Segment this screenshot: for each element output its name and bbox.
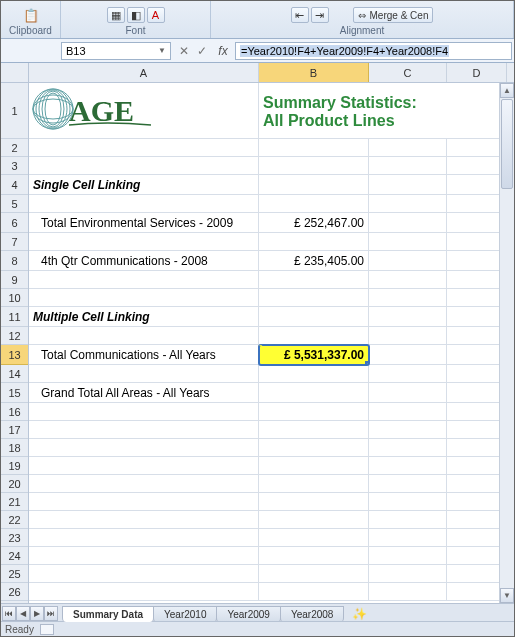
cell-B9[interactable] <box>259 271 369 289</box>
row-header-15[interactable]: 15 <box>1 383 28 403</box>
cell-B5[interactable] <box>259 195 369 213</box>
cell-A16[interactable] <box>29 403 259 421</box>
row-header-20[interactable]: 20 <box>1 475 28 493</box>
cell-C22[interactable] <box>369 511 447 529</box>
cell-D16[interactable] <box>447 403 507 421</box>
row-header-10[interactable]: 10 <box>1 289 28 307</box>
row-header-14[interactable]: 14 <box>1 365 28 383</box>
font-color-button[interactable]: A <box>147 7 165 23</box>
cell-A15[interactable]: Grand Total All Areas - All Years <box>29 383 259 403</box>
cell-D6[interactable] <box>447 213 507 233</box>
row-header-1[interactable]: 1 <box>1 83 28 139</box>
cell-C12[interactable] <box>369 327 447 345</box>
insert-sheet-button[interactable]: ✨ <box>349 607 369 621</box>
cell-C5[interactable] <box>369 195 447 213</box>
name-box-dropdown-icon[interactable]: ▼ <box>158 46 166 55</box>
formula-accept-button[interactable]: ✓ <box>193 42 211 60</box>
cell-A3[interactable] <box>29 157 259 175</box>
tab-summary-data[interactable]: Summary Data <box>62 606 154 622</box>
cell-D25[interactable] <box>447 565 507 583</box>
cell-B10[interactable] <box>259 289 369 307</box>
cell-B24[interactable] <box>259 547 369 565</box>
tab-nav-last[interactable]: ⏭ <box>44 606 58 621</box>
font-fill-button[interactable]: ◧ <box>127 7 145 23</box>
cell-A20[interactable] <box>29 475 259 493</box>
cell-A25[interactable] <box>29 565 259 583</box>
col-header-B[interactable]: B <box>259 63 369 82</box>
row-header-26[interactable]: 26 <box>1 583 28 601</box>
cell-B12[interactable] <box>259 327 369 345</box>
cell-C4[interactable] <box>369 175 447 195</box>
cell-C15[interactable] <box>369 383 447 403</box>
cell-D20[interactable] <box>447 475 507 493</box>
row-header-24[interactable]: 24 <box>1 547 28 565</box>
cell-B19[interactable] <box>259 457 369 475</box>
cell-A4[interactable]: Single Cell Linking <box>29 175 259 195</box>
cell-D22[interactable] <box>447 511 507 529</box>
cell-C24[interactable] <box>369 547 447 565</box>
cell-B14[interactable] <box>259 365 369 383</box>
cell-C19[interactable] <box>369 457 447 475</box>
row-header-21[interactable]: 21 <box>1 493 28 511</box>
row-header-25[interactable]: 25 <box>1 565 28 583</box>
cell-A19[interactable] <box>29 457 259 475</box>
merge-center-button[interactable]: ⇔ Merge & Cen <box>353 7 434 23</box>
cell-D7[interactable] <box>447 233 507 251</box>
cell-B3[interactable] <box>259 157 369 175</box>
font-border-button[interactable]: ▦ <box>107 7 125 23</box>
cell-C25[interactable] <box>369 565 447 583</box>
cell-D5[interactable] <box>447 195 507 213</box>
cell-C8[interactable] <box>369 251 447 271</box>
vertical-scrollbar[interactable]: ▲ ▼ <box>499 83 514 603</box>
row-header-19[interactable]: 19 <box>1 457 28 475</box>
row-header-4[interactable]: 4 <box>1 175 28 195</box>
cell-B23[interactable] <box>259 529 369 547</box>
cell-D12[interactable] <box>447 327 507 345</box>
cell-A21[interactable] <box>29 493 259 511</box>
cell-B7[interactable] <box>259 233 369 251</box>
cell-B26[interactable] <box>259 583 369 601</box>
cell-C3[interactable] <box>369 157 447 175</box>
cell-C13[interactable] <box>369 345 447 365</box>
row-header-9[interactable]: 9 <box>1 271 28 289</box>
cell-A7[interactable] <box>29 233 259 251</box>
col-header-D[interactable]: D <box>447 63 507 82</box>
row-header-17[interactable]: 17 <box>1 421 28 439</box>
cell-A10[interactable] <box>29 289 259 307</box>
row-header-16[interactable]: 16 <box>1 403 28 421</box>
cell-C14[interactable] <box>369 365 447 383</box>
row-header-5[interactable]: 5 <box>1 195 28 213</box>
clipboard-icon[interactable]: 📋 <box>21 7 41 23</box>
indent-decrease-button[interactable]: ⇤ <box>291 7 309 23</box>
formula-cancel-button[interactable]: ✕ <box>175 42 193 60</box>
cell-C6[interactable] <box>369 213 447 233</box>
cell-D18[interactable] <box>447 439 507 457</box>
cell-D9[interactable] <box>447 271 507 289</box>
macro-record-button[interactable] <box>40 624 54 635</box>
cell-B18[interactable] <box>259 439 369 457</box>
col-header-C[interactable]: C <box>369 63 447 82</box>
cell-A11[interactable]: Multiple Cell Linking <box>29 307 259 327</box>
cell-D26[interactable] <box>447 583 507 601</box>
cell-A1[interactable]: AGE <box>29 83 259 139</box>
cell-D24[interactable] <box>447 547 507 565</box>
cell-D14[interactable] <box>447 365 507 383</box>
row-header-6[interactable]: 6 <box>1 213 28 233</box>
cell-D19[interactable] <box>447 457 507 475</box>
cell-A14[interactable] <box>29 365 259 383</box>
cell-D4[interactable] <box>447 175 507 195</box>
cell-B2[interactable] <box>259 139 369 157</box>
cell-B1[interactable]: Summary Statistics: All Product Lines <box>259 83 507 139</box>
cell-C18[interactable] <box>369 439 447 457</box>
cell-A12[interactable] <box>29 327 259 345</box>
scroll-down-button[interactable]: ▼ <box>500 588 514 603</box>
cell-D11[interactable] <box>447 307 507 327</box>
cell-D21[interactable] <box>447 493 507 511</box>
fx-icon[interactable]: fx <box>211 44 235 58</box>
indent-increase-button[interactable]: ⇥ <box>311 7 329 23</box>
cell-A5[interactable] <box>29 195 259 213</box>
cell-A22[interactable] <box>29 511 259 529</box>
row-header-11[interactable]: 11 <box>1 307 28 327</box>
row-header-23[interactable]: 23 <box>1 529 28 547</box>
row-header-22[interactable]: 22 <box>1 511 28 529</box>
